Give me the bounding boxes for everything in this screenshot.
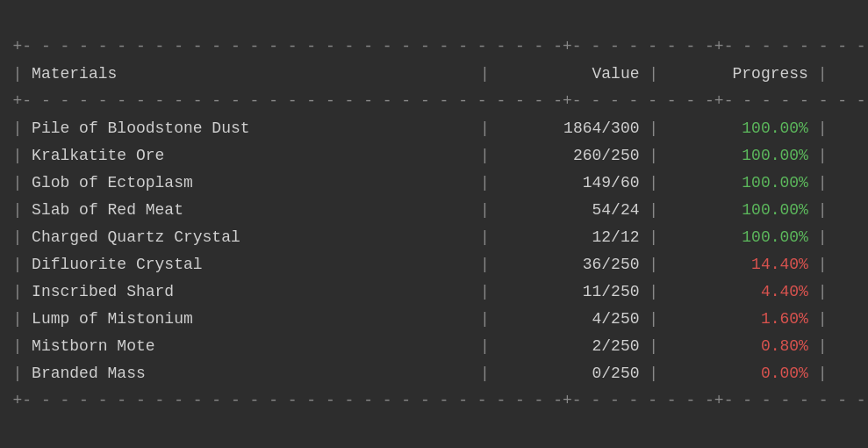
table-row: | Lump of Mistonium | 4/250 | 1.60% | — [13, 306, 856, 333]
cell-value: 1864/300 — [499, 117, 640, 141]
table-row: | Pile of Bloodstone Dust | 1864/300 | 1… — [13, 115, 856, 142]
header-row: | Materials | Value | Progress | — [13, 61, 856, 88]
pipe: | — [640, 280, 668, 304]
cell-progress: 100.00% — [668, 171, 808, 195]
pipe: | — [470, 335, 499, 358]
pipe: | — [808, 62, 828, 86]
pipe: | — [808, 362, 828, 386]
header-materials: Materials — [32, 62, 470, 86]
table-row: | Kralkatite Ore | 260/250 | 100.00% | — [13, 142, 856, 170]
cell-material: Difluorite Crystal — [32, 253, 470, 277]
pipe: | — [640, 226, 668, 249]
pipe: | — [808, 307, 828, 331]
cell-material: Slab of Red Meat — [32, 199, 470, 222]
table-row: | Difluorite Crystal | 36/250 | 14.40% | — [13, 251, 856, 278]
pipe: | — [470, 117, 499, 141]
cell-material: Kralkatite Ore — [32, 144, 470, 168]
pipe: | — [13, 335, 32, 358]
header-value: Value — [499, 62, 640, 86]
cell-progress: 100.00% — [668, 117, 808, 141]
cell-value: 11/250 — [499, 280, 640, 304]
pipe: | — [470, 280, 499, 304]
pipe: | — [808, 280, 828, 304]
pipe: | — [808, 171, 828, 195]
pipe: | — [640, 253, 668, 277]
table-row: | Slab of Red Meat | 54/24 | 100.00% | — [13, 197, 856, 224]
table-row: | Branded Mass | 0/250 | 0.00% | — [13, 360, 856, 387]
cell-material: Branded Mass — [32, 362, 470, 386]
pipe: | — [13, 117, 32, 141]
header-separator: +- - - - - - - - - - - - - - - - - - - -… — [13, 88, 856, 115]
bottom-separator: +- - - - - - - - - - - - - - - - - - - -… — [13, 387, 856, 415]
cell-material: Glob of Ectoplasm — [32, 171, 470, 195]
pipe: | — [470, 253, 499, 277]
pipe: | — [640, 199, 668, 222]
cell-value: 4/250 — [499, 307, 640, 331]
pipe: | — [13, 362, 32, 386]
cell-value: 12/12 — [499, 226, 640, 249]
pipe: | — [470, 362, 499, 386]
pipe: | — [640, 335, 668, 358]
table-row: | Mistborn Mote | 2/250 | 0.80% | — [13, 333, 856, 360]
header-progress: Progress — [668, 62, 808, 86]
pipe: | — [470, 307, 499, 331]
cell-progress: 4.40% — [668, 280, 808, 304]
cell-material: Inscribed Shard — [32, 280, 470, 304]
cell-progress: 100.00% — [668, 226, 808, 249]
cell-material: Lump of Mistonium — [32, 307, 470, 331]
pipe: | — [13, 144, 32, 168]
table-row: | Charged Quartz Crystal | 12/12 | 100.0… — [13, 224, 856, 251]
cell-value: 36/250 — [499, 253, 640, 277]
cell-material: Mistborn Mote — [32, 335, 470, 358]
pipe: | — [13, 62, 32, 86]
cell-progress: 0.00% — [668, 362, 808, 386]
pipe: | — [13, 199, 32, 222]
table-row: | Inscribed Shard | 11/250 | 4.40% | — [13, 278, 856, 306]
cell-value: 260/250 — [499, 144, 640, 168]
cell-value: 149/60 — [499, 171, 640, 195]
cell-progress: 1.60% — [668, 307, 808, 331]
pipe: | — [808, 226, 828, 249]
pipe: | — [470, 171, 499, 195]
pipe: | — [640, 117, 668, 141]
pipe: | — [808, 199, 828, 222]
pipe: | — [640, 362, 668, 386]
table-body: | Pile of Bloodstone Dust | 1864/300 | 1… — [13, 115, 856, 387]
pipe: | — [470, 62, 499, 86]
cell-progress: 0.80% — [668, 335, 808, 358]
pipe: | — [640, 307, 668, 331]
cell-material: Pile of Bloodstone Dust — [32, 117, 470, 141]
pipe: | — [808, 144, 828, 168]
pipe: | — [470, 226, 499, 249]
pipe: | — [470, 199, 499, 222]
pipe: | — [808, 253, 828, 277]
pipe: | — [808, 117, 828, 141]
pipe: | — [13, 226, 32, 249]
pipe: | — [470, 144, 499, 168]
cell-progress: 100.00% — [668, 144, 808, 168]
pipe: | — [640, 62, 668, 86]
cell-value: 2/250 — [499, 335, 640, 358]
materials-table: +- - - - - - - - - - - - - - - - - - - -… — [13, 33, 856, 415]
pipe: | — [808, 335, 828, 358]
pipe: | — [13, 171, 32, 195]
top-separator: +- - - - - - - - - - - - - - - - - - - -… — [13, 33, 856, 61]
pipe: | — [13, 280, 32, 304]
pipe: | — [640, 171, 668, 195]
pipe: | — [13, 307, 32, 331]
pipe: | — [13, 253, 32, 277]
cell-value: 0/250 — [499, 362, 640, 386]
table-row: | Glob of Ectoplasm | 149/60 | 100.00% | — [13, 170, 856, 197]
cell-value: 54/24 — [499, 199, 640, 222]
cell-progress: 14.40% — [668, 253, 808, 277]
cell-material: Charged Quartz Crystal — [32, 226, 470, 249]
cell-progress: 100.00% — [668, 199, 808, 222]
pipe: | — [640, 144, 668, 168]
